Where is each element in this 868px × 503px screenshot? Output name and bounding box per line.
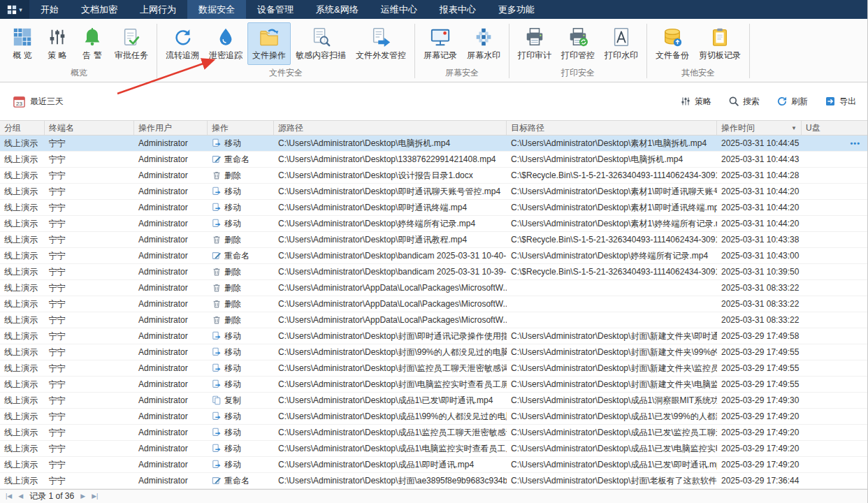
last-page-button[interactable]: ▶| <box>92 493 98 500</box>
ribbon-button-sensitive-scan[interactable]: 敏感内容扫描 <box>291 22 351 65</box>
ribbon-button-label: 文件备份 <box>656 50 689 61</box>
prev-page-button[interactable]: ◀ <box>18 493 23 500</box>
ribbon-button-flow-trace[interactable]: 流转追溯 <box>161 22 204 65</box>
ribbon-button-clipboard-record[interactable]: 剪切板记录 <box>694 22 746 65</box>
app-menu-button[interactable]: ▾ <box>0 0 29 19</box>
ribbon-button-leak-trace[interactable]: 泄密追踪 <box>204 22 247 65</box>
table-row[interactable]: 线上演示 宁宁 Administrator 删除 C:\Users\Admini… <box>0 312 867 328</box>
ribbon-button-print-control[interactable]: 打印管控 <box>556 22 600 65</box>
ribbon-button-approval-tasks[interactable]: 审批任务 <box>110 22 153 65</box>
screen-watermark-icon <box>473 27 494 48</box>
cell-source-path: C:\Users\Administrator\Desktop\成品1\99%的人… <box>274 409 507 424</box>
table-row[interactable]: 线上演示 宁宁 Administrator 移动 C:\Users\Admini… <box>0 184 867 200</box>
cell-target-path: C:\$Recycle.Bin\S-1-5-21-326340493-11140… <box>507 264 717 279</box>
table-row[interactable]: 线上演示 宁宁 Administrator 删除 C:\Users\Admini… <box>0 232 867 248</box>
cell-operation: 复制 <box>208 393 274 408</box>
table-row[interactable]: 线上演示 宁宁 Administrator 移动 C:\Users\Admini… <box>0 328 867 344</box>
column-header-operation-time[interactable]: 操作时间 ▼ <box>717 121 802 135</box>
column-header-usb[interactable]: U盘 <box>802 121 867 135</box>
ribbon-button-file-outgoing-control[interactable]: 文件外发管控 <box>351 22 411 65</box>
row-actions-button[interactable]: ••• <box>850 139 863 147</box>
ribbon-group-label: 其他安全 <box>649 66 748 82</box>
ribbon-button-print-watermark[interactable]: 打印水印 <box>600 22 643 65</box>
cell-usb: ••• <box>802 296 867 312</box>
ribbon-button-label: 审批任务 <box>115 50 148 61</box>
refresh-button[interactable]: 刷新 <box>776 96 808 108</box>
sort-chevron-down-icon[interactable]: ▼ <box>791 125 797 131</box>
search-button[interactable]: 搜索 <box>728 96 760 108</box>
ribbon-button-overview[interactable]: 概 览 <box>5 22 40 65</box>
table-row[interactable]: 线上演示 宁宁 Administrator 删除 C:\Users\Admini… <box>0 168 867 184</box>
export-button[interactable]: 导出 <box>825 96 856 108</box>
menu-item-document-encryption[interactable]: 文档加密 <box>70 0 129 19</box>
table-row[interactable]: 线上演示 宁宁 Administrator 移动 C:\Users\Admini… <box>0 425 867 441</box>
menu-item-start[interactable]: 开始 <box>29 0 70 19</box>
cell-operation: 重命名 <box>208 248 274 263</box>
cell-usb: ••• <box>802 184 867 199</box>
table-row[interactable]: 线上演示 宁宁 Administrator 移动 C:\Users\Admini… <box>0 377 867 393</box>
first-page-button[interactable]: |◀ <box>6 493 12 500</box>
app-window: ▾ 开始 文档加密 上网行为 数据安全 设备管理 系统&网络 运维中心 报表中心… <box>0 0 868 503</box>
menu-item-data-security[interactable]: 数据安全 <box>187 0 246 19</box>
column-header-group[interactable]: 分组 <box>0 121 45 135</box>
table-row[interactable]: 线上演示 宁宁 Administrator 重命名 C:\Users\Admin… <box>0 473 867 489</box>
next-page-button[interactable]: ▶ <box>80 493 85 500</box>
cell-operation-time: 2025-03-31 08:33:22 <box>717 296 802 312</box>
table-row[interactable]: 线上演示 宁宁 Administrator 移动 C:\Users\Admini… <box>0 200 867 216</box>
date-range-filter-button[interactable]: 23 最近三天 <box>13 95 64 108</box>
cell-group: 线上演示 <box>0 232 45 247</box>
ribbon-button-label: 打印管控 <box>561 50 595 61</box>
menu-item-system-network[interactable]: 系统&网络 <box>305 0 370 19</box>
policy-button[interactable]: 策略 <box>680 96 711 108</box>
app-grid-icon <box>7 5 17 15</box>
cell-group: 线上演示 <box>0 280 45 296</box>
menu-item-ops-center[interactable]: 运维中心 <box>370 0 428 19</box>
table-row[interactable]: 线上演示 宁宁 Administrator 移动 C:\Users\Admini… <box>0 344 867 360</box>
table-row[interactable]: 线上演示 宁宁 Administrator 移动 C:\Users\Admini… <box>0 136 867 152</box>
cell-source-path: C:\Users\Administrator\Desktop\婷终端所有记录.m… <box>274 216 507 231</box>
ribbon-button-policy[interactable]: 策 略 <box>40 22 75 65</box>
cell-operation-user: Administrator <box>134 296 208 312</box>
column-header-operation-user[interactable]: 操作用户 <box>134 121 208 135</box>
table-row[interactable]: 线上演示 宁宁 Administrator 重命名 C:\Users\Admin… <box>0 152 867 168</box>
cell-terminal-name: 宁宁 <box>45 344 134 360</box>
cell-target-path: C:\Users\Administrator\Desktop\婷终端所有记录.m… <box>507 248 717 263</box>
table-row[interactable]: 线上演示 宁宁 Administrator 移动 C:\Users\Admini… <box>0 409 867 425</box>
table-row[interactable]: 线上演示 宁宁 Administrator 移动 C:\Users\Admini… <box>0 216 867 232</box>
column-header-terminal-name[interactable]: 终端名 <box>45 121 134 135</box>
table-row[interactable]: 线上演示 宁宁 Administrator 删除 C:\Users\Admini… <box>0 296 867 312</box>
column-header-operation[interactable]: 操作 <box>208 121 274 135</box>
cell-operation: 移动 <box>208 377 274 392</box>
ribbon-button-screen-watermark[interactable]: 屏幕水印 <box>462 22 505 65</box>
cell-operation: 移动 <box>208 441 274 456</box>
cell-operation-time: 2025-03-31 10:44:45 <box>717 136 802 151</box>
column-header-target-path[interactable]: 目标路径 <box>507 121 717 135</box>
file-operations-folder-icon <box>259 27 280 48</box>
ribbon-button-print-audit[interactable]: 打印审计 <box>513 22 556 65</box>
menu-item-more-features[interactable]: 更多功能 <box>487 0 546 19</box>
cell-operation: 删除 <box>208 312 274 328</box>
ribbon: 概 览 策 略 告 警 审批任务 概览 <box>0 19 867 82</box>
ribbon-button-file-backup[interactable]: 文件备份 <box>651 22 694 65</box>
table-row[interactable]: 线上演示 宁宁 Administrator 重命名 C:\Users\Admin… <box>0 248 867 264</box>
cell-group: 线上演示 <box>0 425 45 440</box>
cell-usb: ••• <box>802 328 867 344</box>
ribbon-group-other-security: 文件备份 剪切板记录 其他安全 <box>649 20 748 82</box>
ribbon-button-file-operations[interactable]: 文件操作 <box>247 22 291 65</box>
menu-item-report-center[interactable]: 报表中心 <box>428 0 487 19</box>
table-row[interactable]: 线上演示 宁宁 Administrator 删除 C:\Users\Admini… <box>0 280 867 296</box>
table-row[interactable]: 线上演示 宁宁 Administrator 移动 C:\Users\Admini… <box>0 441 867 457</box>
table-row[interactable]: 线上演示 宁宁 Administrator 复制 C:\Users\Admini… <box>0 393 867 409</box>
cell-operation: 删除 <box>208 296 274 312</box>
table-row[interactable]: 线上演示 宁宁 Administrator 移动 C:\Users\Admini… <box>0 360 867 377</box>
menu-item-internet-behavior[interactable]: 上网行为 <box>129 0 187 19</box>
ribbon-button-alert[interactable]: 告 警 <box>75 22 110 65</box>
ribbon-button-screen-record[interactable]: 屏幕记录 <box>419 22 462 65</box>
column-header-source-path[interactable]: 源路径 <box>274 121 507 135</box>
menu-item-device-management[interactable]: 设备管理 <box>246 0 305 19</box>
cell-target-path: C:\Users\Administrator\Desktop\素材1\即时通讯终… <box>507 200 717 215</box>
table-row[interactable]: 线上演示 宁宁 Administrator 移动 C:\Users\Admini… <box>0 457 867 473</box>
cell-operation: 移动 <box>208 216 274 231</box>
cell-operation-user: Administrator <box>134 457 208 472</box>
table-row[interactable]: 线上演示 宁宁 Administrator 删除 C:\Users\Admini… <box>0 264 867 280</box>
